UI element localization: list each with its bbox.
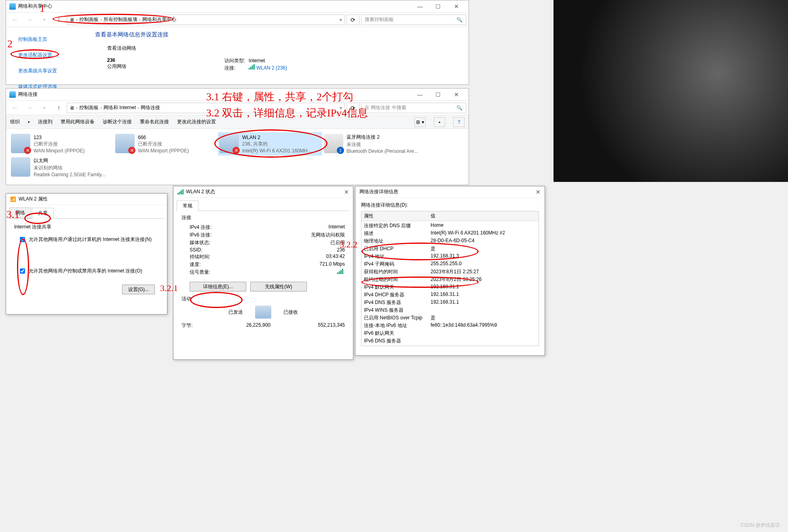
detail-value: Intel(R) Wi-Fi 6 AX201 160MHz #2	[431, 230, 505, 237]
detail-key: IPv4 DNS 服务器	[364, 299, 431, 306]
up-button[interactable]: ↑	[52, 14, 65, 25]
bytes-label: 字节:	[182, 322, 214, 329]
conn-status: 未识别的网络	[34, 165, 106, 171]
chevron-down-icon[interactable]: ▾	[340, 17, 342, 23]
checkbox-allow-control[interactable]: 允许其他网络用户控制或禁用共享的 Internet 连接(O)	[18, 268, 155, 275]
recent-button[interactable]: ▾	[38, 102, 51, 114]
refresh-button[interactable]: ⟳	[346, 15, 359, 25]
detail-key: IPv4 WINS 服务器	[364, 307, 431, 314]
maximize-button[interactable]: ☐	[429, 89, 447, 101]
detail-value: 192.168.31.1	[431, 291, 459, 298]
tab-general[interactable]: 常规	[177, 201, 199, 211]
cmd-connect-to[interactable]: 连接到	[38, 118, 53, 125]
wireless-properties-button[interactable]: 无线属性(W)	[250, 282, 307, 291]
connection-item[interactable]: ᛒ蓝牙网络连接 2未连接Bluetooth Device (Personal A…	[322, 132, 427, 156]
conn-name: 666	[138, 135, 189, 140]
col-value: 值	[431, 213, 435, 220]
connection-item[interactable]: 以太网未识别的网络Realtek Gaming 2.5GbE Family...	[9, 156, 114, 179]
network-name: 236	[107, 57, 224, 63]
cmd-change-settings[interactable]: 更改此连接的设置	[177, 118, 216, 125]
cmd-diagnose[interactable]: 诊断这个连接	[103, 118, 132, 125]
cmd-rename[interactable]: 重命名此连接	[140, 118, 169, 125]
status-value	[234, 269, 345, 276]
details-button[interactable]: 详细信息(E)...	[190, 282, 246, 291]
settings-button[interactable]: 设置(G)...	[122, 285, 155, 294]
bluetooth-badge-icon: ᛒ	[337, 147, 344, 154]
conn-status: 已断开连接	[34, 141, 85, 148]
minimize-button[interactable]: —	[411, 0, 429, 13]
cmd-organize[interactable]: 组织	[10, 118, 20, 125]
refresh-button[interactable]: ⟳	[346, 103, 359, 113]
status-value: 无网络访问权限	[234, 232, 345, 239]
connection-link[interactable]: WLAN 2 (236)	[256, 65, 287, 71]
breadcrumb[interactable]: 🖥› 控制面板› 网络和 Internet› 网络连接 ▾	[67, 103, 345, 113]
help-button[interactable]: ?	[453, 117, 465, 127]
crumb[interactable]: 网络和 Internet	[104, 104, 136, 111]
titlebar[interactable]: 网络连接 — ☐ ✕	[6, 89, 469, 101]
dialog-titlebar[interactable]: 网络连接详细信息 ✕	[355, 186, 545, 198]
forward-button[interactable]: →	[23, 102, 36, 114]
forward-button[interactable]: →	[23, 14, 36, 25]
sidebar-home[interactable]: 控制面板主页	[18, 36, 75, 43]
back-button[interactable]: ←	[8, 14, 21, 25]
crumb[interactable]: 网络和共享中心	[142, 16, 176, 23]
tab-network[interactable]: 网络	[9, 207, 31, 218]
disconnected-badge-icon: ✕	[232, 147, 240, 154]
close-button[interactable]: ✕	[447, 0, 465, 13]
dialog-titlebar[interactable]: WLAN 2 状态 ✕	[173, 186, 353, 198]
connection-item[interactable]: ✕123已断开连接WAN Miniport (PPPOE)	[9, 132, 114, 156]
titlebar[interactable]: 网络和共享中心 — ☐ ✕	[6, 0, 469, 13]
conn-name: WLAN 2	[242, 135, 311, 140]
section-activity: 活动	[182, 296, 345, 302]
detail-value: 192.168.31.1	[431, 284, 459, 291]
up-button[interactable]: ↑	[52, 102, 65, 114]
recent-button[interactable]: ▾	[38, 14, 51, 25]
dialog-title: WLAN 2 状态	[186, 188, 215, 195]
detail-value: 255.255.255.0	[431, 261, 462, 268]
detail-row: 连接-本地 IPv6 地址fe80::1e3d:148d:63a4:7995%9	[364, 322, 536, 329]
status-key: IPv6 连接:	[190, 232, 234, 239]
search-input[interactable]: 搜索控制面板 🔍	[361, 15, 466, 25]
checkbox-input[interactable]	[20, 268, 25, 274]
window-network-sharing-center: 网络和共享中心 — ☐ ✕ ← → ▾ ↑ 🖥› 控制面板› 所有控制面板项› …	[6, 0, 469, 85]
section-connection: 连接	[182, 214, 345, 221]
window-network-connections: 网络连接 — ☐ ✕ ← → ▾ ↑ 🖥› 控制面板› 网络和 Internet…	[6, 88, 469, 185]
crumb[interactable]: 所有控制面板项	[104, 16, 137, 23]
cmd-disable[interactable]: 禁用此网络设备	[61, 118, 95, 125]
close-button[interactable]: ✕	[344, 189, 349, 195]
breadcrumb[interactable]: 🖥› 控制面板› 所有控制面板项› 网络和共享中心 ▾	[67, 15, 345, 25]
close-button[interactable]: ✕	[536, 189, 541, 195]
connection-item[interactable]: ✕666已断开连接WAN Miniport (PPPOE)	[114, 132, 218, 156]
dialog-titlebar[interactable]: 📶 WLAN 2 属性	[6, 194, 167, 205]
connection-item[interactable]: ✕WLAN 2236, 共享的Intel(R) Wi-Fi 6 AX201 16…	[218, 132, 322, 156]
close-button[interactable]: ✕	[447, 89, 465, 101]
detail-row: 描述Intel(R) Wi-Fi 6 AX201 160MHz #2	[364, 230, 536, 237]
view-detail-button[interactable]: ▪	[434, 117, 445, 127]
crumb[interactable]: 控制面板	[79, 16, 99, 23]
back-button[interactable]: ←	[8, 102, 21, 114]
detail-value: 192.168.31.3	[431, 253, 459, 260]
activity-icon	[255, 306, 271, 319]
conn-name: 以太网	[34, 157, 106, 164]
detail-row: IPv4 DNS 服务器192.168.31.1	[364, 299, 536, 306]
minimize-button[interactable]: —	[411, 89, 429, 101]
crumb[interactable]: 网络连接	[141, 104, 160, 111]
checkbox-input[interactable]	[20, 237, 25, 242]
detail-key: IPv4 地址	[364, 253, 431, 260]
sidebar-adapter-settings[interactable]: 更改适配器设置	[18, 52, 75, 59]
checkbox-allow-share[interactable]: 允许其他网络用户通过此计算机的 Internet 连接来连接(N)	[18, 236, 155, 243]
conn-device: Realtek Gaming 2.5GbE Family...	[34, 172, 106, 177]
detail-row: 已启用 NetBIOS over Tcpip是	[364, 314, 536, 322]
sidebar-advanced-sharing[interactable]: 更改高级共享设置	[18, 68, 75, 74]
search-input[interactable]: 在 网络连接 中搜索 🔍	[361, 103, 466, 113]
conn-status: 已断开连接	[138, 141, 189, 148]
wifi-adapter-icon: ✕	[220, 134, 239, 153]
chevron-down-icon[interactable]: ▾	[340, 105, 342, 111]
tab-sharing[interactable]: 共享	[32, 208, 54, 219]
detail-key: 已启用 DHCP	[364, 245, 431, 252]
crumb-icon: 🖥	[70, 105, 74, 111]
dialog-connection-details: 网络连接详细信息 ✕ 网络连接详细信息(D): 属性 值 连接特定的 DNS 后…	[355, 186, 545, 356]
view-icons-button[interactable]: ⊞ ▾	[414, 117, 426, 127]
crumb[interactable]: 控制面板	[79, 104, 99, 111]
maximize-button[interactable]: ☐	[429, 0, 447, 13]
